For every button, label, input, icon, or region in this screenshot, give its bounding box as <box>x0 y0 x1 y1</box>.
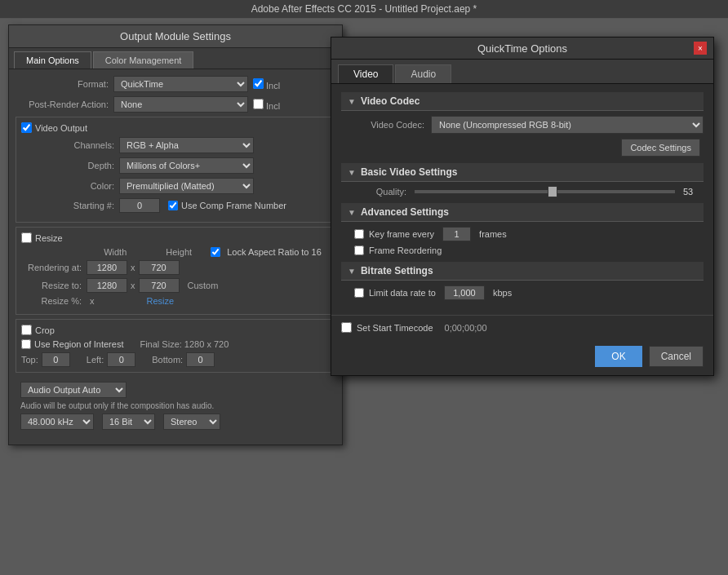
bitrate-settings-section: ▼ Bitrate Settings Limit data rate to kb… <box>341 262 704 300</box>
resize-to-height[interactable] <box>139 278 180 293</box>
qt-tab-audio[interactable]: Audio <box>395 64 451 83</box>
resize-to-label: Resize to: <box>21 281 87 290</box>
post-render-include-checkbox[interactable] <box>253 99 264 109</box>
advanced-settings-header: ▼ Advanced Settings <box>341 203 704 222</box>
codec-label: Video Codec: <box>349 120 431 130</box>
codec-select[interactable]: None (Uncompressed RGB 8-bit) <box>431 116 704 134</box>
crop-checkbox[interactable] <box>21 325 32 335</box>
width-header: Width <box>95 247 135 257</box>
set-start-timecode-checkbox[interactable] <box>341 322 352 333</box>
post-render-select[interactable]: None <box>113 96 248 113</box>
resize-percent-label: Resize %: <box>21 296 87 306</box>
resize-percent-row: Resize %: x Resize <box>21 296 330 306</box>
basic-video-title: Basic Video Settings <box>361 166 457 178</box>
tab-main-options[interactable]: Main Options <box>14 51 91 69</box>
audio-section: Audio Output Auto Audio will be output o… <box>16 377 335 438</box>
basic-video-section: ▼ Basic Video Settings Quality: 53 <box>341 163 704 197</box>
crop-left-field: Left: <box>87 352 135 367</box>
channels-label: Channels: <box>21 140 119 150</box>
crop-bottom-input[interactable] <box>186 352 215 367</box>
limit-data-row: Limit data rate to kbps <box>341 285 704 300</box>
resize-checkbox[interactable] <box>21 232 32 243</box>
video-output-section: Video Output Channels: RGB + Alpha Depth… <box>16 117 335 223</box>
bit-depth-select[interactable]: 16 Bit <box>102 414 155 430</box>
format-label: Format: <box>16 79 113 89</box>
timecode-value: 0;00;00;00 <box>445 323 487 333</box>
starting-hash-input[interactable] <box>119 198 160 213</box>
resize-to-width[interactable] <box>87 278 127 293</box>
crop-header: Crop <box>21 325 330 335</box>
format-row: Format: QuickTime Incl <box>16 76 335 92</box>
timecode-row: Set Start Timecode 0;00;00;00 <box>341 322 704 333</box>
crop-bottom-label: Bottom: <box>152 355 183 365</box>
use-comp-frame-text: Use Comp Frame Number <box>181 201 286 210</box>
crop-top-input[interactable] <box>42 352 70 367</box>
crop-values-row: Top: Left: Bottom: <box>21 352 330 367</box>
qt-close-button[interactable]: × <box>694 42 707 55</box>
keyframe-label: Key frame every <box>369 229 434 239</box>
resize-header: Resize <box>21 232 330 243</box>
channels-row: Channels: RGB + Alpha <box>21 137 330 153</box>
video-output-checkbox[interactable] <box>21 122 32 133</box>
format-include-checkbox[interactable] <box>253 78 264 89</box>
advanced-settings-title: Advanced Settings <box>361 206 449 218</box>
rendering-at-width[interactable] <box>87 260 127 275</box>
qt-bottom: Set Start Timecode 0;00;00;00 <box>331 315 713 339</box>
resize-percent-x: x <box>87 296 98 306</box>
starting-hash-label: Starting #: <box>21 201 119 210</box>
resize-custom-text: Custom <box>188 281 219 290</box>
format-select[interactable]: QuickTime <box>113 76 248 92</box>
frame-reordering-checkbox[interactable] <box>354 245 364 255</box>
bitrate-settings-title: Bitrate Settings <box>361 265 433 276</box>
lock-aspect-checkbox[interactable] <box>211 247 220 257</box>
qt-body: ▼ Video Codec Video Codec: None (Uncompr… <box>331 84 713 315</box>
resize-to-x-divider: x <box>127 281 139 290</box>
use-roi-checkbox[interactable] <box>21 339 31 349</box>
starting-hash-row: Starting #: Use Comp Frame Number <box>21 198 330 213</box>
keyframe-row: Key frame every frames <box>341 227 704 241</box>
resize-section: Resize Width Height Lock Aspect Ratio to… <box>16 227 335 315</box>
cancel-button[interactable]: Cancel <box>649 346 704 367</box>
tab-color-management[interactable]: Color Management <box>93 51 194 69</box>
qt-tab-video[interactable]: Video <box>338 64 393 83</box>
use-comp-frame-checkbox[interactable] <box>168 201 178 210</box>
crop-top-field: Top: <box>21 352 70 367</box>
format-include: Incl <box>253 78 280 91</box>
width-height-headers: Width Height Lock Aspect Ratio to 16 <box>21 247 330 257</box>
color-select[interactable]: Premultiplied (Matted) <box>119 178 254 194</box>
ok-button[interactable]: OK <box>595 346 641 367</box>
video-codec-header: ▼ Video Codec <box>341 92 704 111</box>
app-title-bar: Adobe After Effects CC 2015 - Untitled P… <box>0 0 728 19</box>
crop-section: Crop Use Region of Interest Final Size: … <box>16 319 335 373</box>
audio-note: Audio will be output only if the composi… <box>20 401 331 410</box>
quality-slider[interactable] <box>415 190 675 193</box>
basic-video-header: ▼ Basic Video Settings <box>341 163 704 182</box>
channels-audio-select[interactable]: Stereo <box>163 414 220 430</box>
crop-inner: Use Region of Interest Final Size: 1280 … <box>21 339 330 367</box>
channels-select[interactable]: RGB + Alpha <box>119 137 254 153</box>
resize-to-row: Resize to: x Custom <box>21 278 330 293</box>
keyframe-input[interactable] <box>442 227 471 241</box>
depth-select[interactable]: Millions of Colors+ <box>119 157 254 174</box>
bitrate-input[interactable] <box>444 285 485 300</box>
resize-btn[interactable]: Resize <box>147 296 175 306</box>
frame-reordering-row: Frame Reordering <box>341 245 704 255</box>
keyframe-checkbox[interactable] <box>354 229 364 239</box>
audio-output-select[interactable]: Audio Output Auto <box>20 382 127 398</box>
sample-rate-select[interactable]: 48.000 kHz <box>20 414 94 430</box>
rendering-x-divider: x <box>127 263 139 272</box>
limit-data-checkbox[interactable] <box>354 288 364 298</box>
codec-settings-button[interactable]: Codec Settings <box>621 139 700 157</box>
use-roi-label: Use Region of Interest <box>21 339 123 349</box>
post-render-row: Post-Render Action: None Incl <box>16 96 335 113</box>
output-module-dialog: Output Module Settings Main Options Colo… <box>8 24 343 445</box>
crop-label: Crop <box>35 325 55 335</box>
rendering-at-height[interactable] <box>139 260 180 275</box>
crop-left-input[interactable] <box>107 352 135 367</box>
rendering-at-row: Rendering at: x <box>21 260 330 275</box>
crop-left-label: Left: <box>87 355 104 365</box>
bitrate-settings-arrow: ▼ <box>348 267 356 276</box>
advanced-settings-section: ▼ Advanced Settings Key frame every fram… <box>341 203 704 255</box>
output-module-title: Output Module Settings <box>9 25 342 48</box>
app-title: Adobe After Effects CC 2015 - Untitled P… <box>251 3 477 15</box>
